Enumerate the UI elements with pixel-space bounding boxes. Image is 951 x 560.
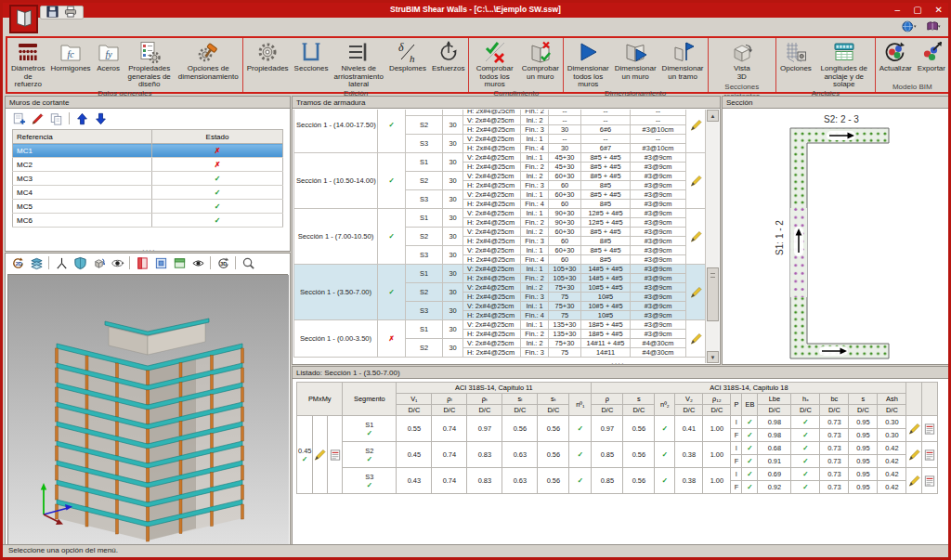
ribbon-button-comprobar-todos-los-muros[interactable]: Comprobar todos los muros [470, 38, 518, 89]
layers-icon[interactable] [28, 255, 45, 271]
edit-span-button[interactable] [686, 153, 706, 209]
svg-text:h: h [410, 53, 415, 64]
wall-row-mc2[interactable]: MC2✗ [13, 158, 283, 172]
shield-icon[interactable] [72, 255, 88, 271]
axes-icon[interactable] [53, 255, 70, 271]
mesh-reinforcement: V: 2x#4@25cm [463, 246, 521, 255]
edge-bars: -- [581, 135, 631, 144]
wall-row-mc4[interactable]: MC4✓ [13, 186, 283, 200]
ribbon-group-anclajes: OpcionesLongitudes de anclaje y de solap… [776, 38, 876, 92]
column-header-referencia[interactable]: Referencia [13, 130, 152, 144]
ribbon-button-esfuerzos[interactable]: Esfuerzos [429, 38, 468, 73]
edge-bars: 8#5 [581, 237, 631, 246]
blue-panel-icon[interactable] [152, 255, 169, 271]
ribbon-button-propiedades-generales-de-dise-o[interactable]: Propiedades generales de diseño [124, 38, 176, 89]
wall-row-mc3[interactable]: MC3✓ [13, 172, 283, 186]
pmxmy-report-button[interactable] [328, 416, 343, 494]
edit-segment-button[interactable] [906, 416, 922, 442]
minimize-button[interactable]: – [895, 4, 901, 17]
rotate-3d-icon[interactable]: 3D [215, 255, 231, 271]
ribbon-button-exportar[interactable]: Exportar [915, 38, 948, 73]
delete-wall-button[interactable] [30, 111, 46, 125]
ribbon-button-niveles-de-arriostramiento-lateral[interactable]: Niveles de arriostramiento lateral [332, 38, 386, 89]
ribbon-button-dimensionar-un-muro[interactable]: Dimensionar un muro [612, 38, 659, 81]
window-title: StruBIM Shear Walls - [C:\...\Ejemplo SW… [3, 5, 948, 14]
ribbon-button-actualizar[interactable]: Actualizar [877, 38, 915, 73]
zoom-icon[interactable] [240, 255, 256, 271]
edit-pmxmy-button[interactable] [313, 416, 328, 494]
viewport-3d[interactable] [7, 274, 288, 545]
check-row-s2-i[interactable]: S2✓0.450.740.830.630.56✓0.850.56✓0.381.0… [297, 442, 938, 455]
cap11-value: 0.45 [397, 442, 432, 468]
ribbon-button-di-metros-de-refuerzo[interactable]: Diámetros de refuerzo [8, 38, 47, 89]
pmxmy-header: PMxMy [297, 383, 343, 416]
edge-stirrups: #3@9cm [631, 209, 686, 218]
segment-report-button[interactable] [922, 468, 938, 494]
ribbon-button-secciones[interactable]: Secciones [292, 38, 332, 73]
move-up-button[interactable] [74, 111, 90, 125]
orbit-view-icon[interactable] [109, 255, 125, 271]
visibility-icon[interactable] [189, 255, 206, 271]
ribbon-button-dimensionar-todos-los-muros[interactable]: Dimensionar todos los muros [565, 38, 612, 89]
red-panel-icon[interactable] [134, 255, 150, 271]
column-header-estado[interactable]: Estado [152, 130, 283, 144]
help-book-icon[interactable] [926, 20, 941, 36]
app-menu-button[interactable] [9, 5, 38, 33]
scroll-down-button[interactable]: ▼ [707, 351, 719, 363]
vertical-scrollbar[interactable]: ▲ ▼ [705, 110, 719, 363]
cap11-value: 0.63 [502, 442, 538, 468]
wall-row-mc1[interactable]: MC1✗ [13, 144, 283, 158]
ribbon-button-aceros[interactable]: fyAceros [94, 38, 124, 73]
splitter-handle[interactable]: ···· [611, 362, 625, 366]
segment-report-button[interactable] [922, 442, 938, 468]
web-globe-icon[interactable] [902, 20, 917, 36]
ribbon-button-dimensionar-un-tramo[interactable]: Dimensionar un tramo [659, 38, 707, 81]
check-icon: ✓ [578, 424, 583, 433]
edit-pencil-icon [908, 449, 920, 461]
boundary-value: 0.73 [820, 429, 849, 442]
edit-span-button[interactable] [686, 110, 706, 153]
wall-row-mc6[interactable]: MC6✓ [13, 214, 283, 228]
check-row-s3-i[interactable]: S3✓0.430.740.830.630.56✓0.850.56✓0.381.0… [297, 468, 938, 481]
scrollbar-thumb[interactable] [707, 267, 719, 321]
segment-report-button[interactable] [922, 416, 938, 442]
ribbon-button-label: Opciones [780, 65, 812, 73]
ribbon-button-propiedades[interactable]: Propiedades [244, 38, 292, 73]
copy-wall-button[interactable] [48, 111, 64, 125]
edit-segment-button[interactable] [906, 468, 922, 494]
cap11-value: ✓ [569, 468, 592, 494]
add-wall-button[interactable] [11, 111, 27, 125]
print-button[interactable] [64, 5, 77, 21]
span-row[interactable]: Sección 1 - (7.00-10.50)✓S130V: 2x#4@25c… [294, 209, 706, 218]
cube-rotate-icon[interactable] [90, 255, 107, 271]
span-row[interactable]: Sección 1 - (0.00-3.50)✗S130V: 2x#4@25cm… [294, 320, 706, 330]
save-button[interactable] [46, 5, 59, 21]
edit-segment-button[interactable] [906, 442, 922, 468]
scroll-up-button[interactable]: ▲ [707, 110, 719, 122]
close-button[interactable]: ✕ [935, 4, 943, 17]
section-drawing[interactable]: S2: 2 - 3 S1: 1 - 2 S3: 1 - 4 [723, 110, 950, 363]
ribbon-button-comprobar-un-muro[interactable]: Comprobar un muro [519, 38, 562, 81]
ribbon-button-longitudes-de-anclaje-y-de-solape[interactable]: Longitudes de anclaje y de solape [814, 38, 874, 89]
check-row-s1-i[interactable]: 0.45✓S1✓0.550.740.970.560.56✓0.970.56✓0.… [297, 416, 938, 429]
u-section-icon [299, 40, 323, 64]
wall-row-mc5[interactable]: MC5✓ [13, 200, 283, 214]
edit-span-button[interactable] [686, 320, 706, 358]
splitter-handle[interactable]: ···· [142, 249, 156, 253]
ribbon-button-hormigones[interactable]: fcHormigones [47, 38, 93, 73]
rotate-2d-icon[interactable]: 2D [9, 255, 26, 271]
ribbon-button-vista-3d[interactable]: Vista 3D [727, 38, 757, 81]
span-group-status: ✓ [378, 153, 406, 209]
maximize-button[interactable]: ▢ [913, 4, 921, 17]
green-panel-icon[interactable] [171, 255, 188, 271]
move-down-button[interactable] [93, 111, 109, 125]
ribbon-button-opciones-de-dimensionamiento[interactable]: Opciones de dimensionamiento [176, 38, 241, 81]
ribbon-button-label: Dimensionar un muro [615, 65, 657, 81]
edge-length: 75+30 [549, 283, 581, 293]
ribbon-button-desplomes[interactable]: δhDesplomes [386, 38, 429, 73]
span-row[interactable]: Sección 1 - (3.50-7.00)✓S130V: 2x#4@25cm… [294, 265, 706, 274]
edit-span-button[interactable] [686, 209, 706, 265]
edit-span-button[interactable] [686, 265, 706, 320]
span-row[interactable]: Sección 1 - (10.50-14.00)✓S130V: 2x#4@25… [294, 153, 706, 163]
ribbon-button-opciones[interactable]: Opciones [777, 38, 814, 73]
